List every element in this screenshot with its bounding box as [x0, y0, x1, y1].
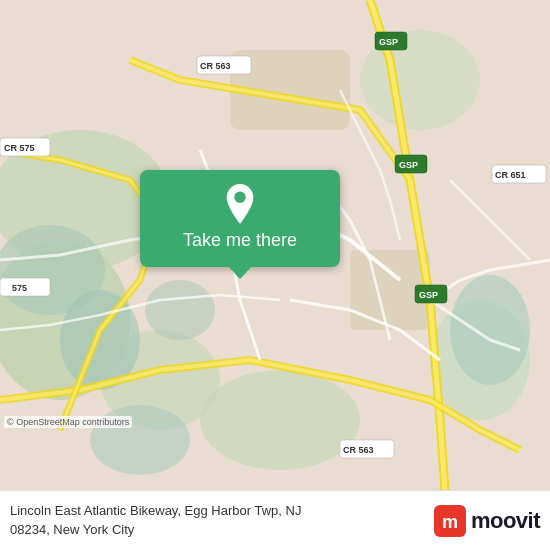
address-line2: 08234, New York City	[10, 521, 424, 539]
svg-text:CR 651: CR 651	[495, 170, 526, 180]
osm-attribution: © OpenStreetMap contributors	[4, 416, 132, 428]
bottom-bar: Lincoln East Atlantic Bikeway, Egg Harbo…	[0, 490, 550, 550]
svg-text:CR 563: CR 563	[343, 445, 374, 455]
location-pin-icon	[222, 184, 258, 224]
svg-text:575: 575	[12, 283, 27, 293]
address-block: Lincoln East Atlantic Bikeway, Egg Harbo…	[10, 502, 424, 538]
moovit-app-name: moovit	[471, 508, 540, 534]
take-me-there-button[interactable]: Take me there	[140, 170, 340, 267]
svg-point-30	[234, 192, 245, 203]
moovit-icon: m	[434, 505, 466, 537]
svg-text:GSP: GSP	[379, 37, 398, 47]
svg-text:GSP: GSP	[419, 290, 438, 300]
svg-text:GSP: GSP	[399, 160, 418, 170]
svg-point-9	[145, 280, 215, 340]
map-view[interactable]: CR 575 575 CR 563 CR 563 CR 651 GSP GSP …	[0, 0, 550, 490]
moovit-logo: m moovit	[434, 505, 540, 537]
svg-text:CR 575: CR 575	[4, 143, 35, 153]
svg-point-11	[450, 275, 530, 385]
svg-point-4	[200, 370, 360, 470]
svg-text:CR 563: CR 563	[200, 61, 231, 71]
svg-text:m: m	[442, 512, 458, 532]
button-label: Take me there	[183, 230, 297, 251]
address-line1: Lincoln East Atlantic Bikeway, Egg Harbo…	[10, 502, 424, 520]
